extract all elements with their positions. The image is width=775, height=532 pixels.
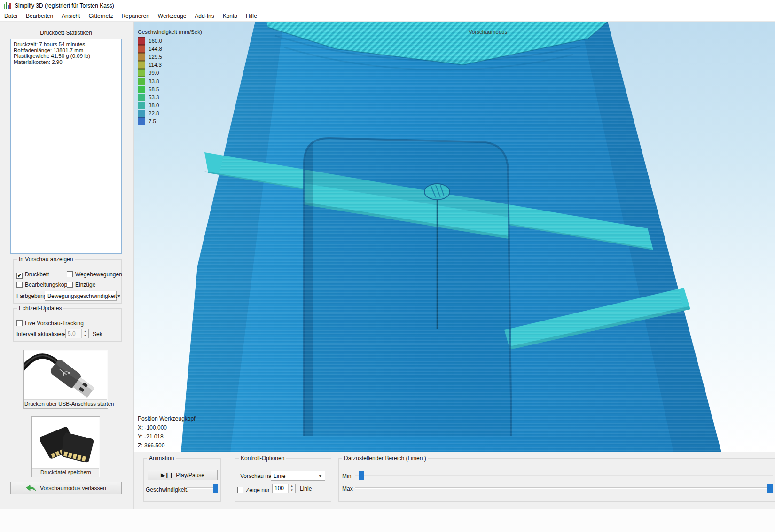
toolhead-x: X: -100.000 [138, 424, 196, 431]
interval-label: Intervall aktualisieren [16, 331, 70, 337]
toolhead-z: Z: 366.500 [138, 442, 196, 449]
slider-track[interactable] [355, 487, 773, 489]
left-sidebar: Druckbett-Statistiken Druckzeit: 7 hours… [0, 22, 134, 532]
legend-swatch [138, 86, 145, 93]
sd-cards-image [32, 417, 99, 469]
green-return-arrow-icon [26, 485, 37, 492]
legend-value: 160.0 [149, 38, 162, 44]
interval-spinner[interactable]: ▲▼ [65, 329, 89, 338]
menu-addins[interactable]: Add-Ins [190, 11, 218, 21]
checkbox-live-tracking[interactable] [16, 320, 23, 326]
legend-value: 99.0 [149, 70, 159, 76]
print-preview-3d-model[interactable] [134, 22, 775, 452]
toolhead-position-title: Position Werkzeugkopf [138, 415, 196, 422]
interval-unit-label: Sek [93, 331, 102, 337]
legend-value: 53.3 [149, 94, 159, 100]
speed-legend: Geschwindigkeit (mm/Sek) 160.0 144.8 129… [138, 29, 202, 125]
control-options-group: Kontroll-Optionen Vorschau nach Linie ▼ … [235, 458, 331, 502]
menu-bar: Datei Bearbeiten Ansicht Gitternetz Repa… [0, 11, 775, 22]
stat-material-cost: Materialkosten: 2.90 [14, 59, 118, 65]
legend-swatch [138, 117, 145, 125]
menu-ansicht[interactable]: Ansicht [57, 11, 84, 21]
preview-mode-label: Vorschaumodus [469, 29, 507, 35]
toolhead-position-readout: Position Werkzeugkopf X: -100.000 Y: -21… [138, 415, 196, 451]
display-range-group: Darzustellender Bereich (Linien ) Min Ma… [338, 458, 775, 502]
checkbox-druckbett-label: Druckbett [25, 271, 49, 278]
animation-speed-slider[interactable] [187, 484, 218, 493]
checkbox-live-tracking-label: Live Vorschau-Tracking [25, 320, 84, 327]
checkmark-icon: ✔ [17, 273, 22, 278]
legend-value: 7.5 [149, 118, 156, 124]
slider-thumb[interactable] [767, 484, 773, 493]
checkbox-wegebewegungen[interactable] [67, 271, 73, 277]
legend-value: 114.3 [149, 62, 162, 68]
menu-reparieren[interactable]: Reparieren [117, 11, 153, 21]
bottom-strip [0, 509, 775, 532]
stats-panel-title: Druckbett-Statistiken [10, 30, 122, 36]
realtime-updates-group: Echtzeit-Updates Live Vorschau-Tracking … [13, 308, 122, 342]
legend-swatch [138, 78, 145, 85]
slider-thumb[interactable] [359, 471, 364, 480]
animation-speed-label: Geschwindigkeit: [146, 486, 188, 493]
title-bar: Simplify 3D (registriert für Torsten Kas… [0, 0, 775, 11]
legend-swatch [138, 102, 145, 109]
menu-werkzeuge[interactable]: Werkzeuge [154, 11, 190, 21]
checkbox-wegebewegungen-label: Wegebewegungen [75, 271, 122, 278]
toolhead-y: Y: -21.018 [138, 433, 196, 440]
legend-swatch [138, 53, 145, 61]
play-pause-button[interactable]: ▶❙❙ Play/Pause [148, 470, 218, 480]
menu-datei[interactable]: Datei [0, 11, 22, 21]
legend-value: 83.8 [149, 78, 159, 84]
range-max-label: Max [342, 485, 353, 492]
checkbox-einzuege[interactable] [67, 282, 73, 288]
menu-bearbeiten[interactable]: Bearbeiten [22, 11, 57, 21]
display-range-group-title: Darzustellender Bereich (Linien ) [342, 455, 428, 462]
app-logo-icon [4, 2, 11, 9]
chevron-down-icon: ▼ [117, 294, 121, 298]
stats-panel: Druckzeit: 7 hours 54 minutes Rohfadenlä… [10, 39, 122, 254]
range-max-slider[interactable] [355, 484, 773, 493]
preview-3d-viewport[interactable]: Geschwindigkeit (mm/Sek) 160.0 144.8 129… [134, 22, 775, 452]
range-min-slider[interactable] [355, 471, 773, 480]
spinner-down-icon[interactable]: ▼ [82, 334, 88, 338]
interval-spinner-input[interactable] [66, 329, 81, 338]
legend-swatch [138, 94, 145, 101]
slider-track[interactable] [355, 475, 773, 476]
checkbox-show-only[interactable] [237, 487, 243, 493]
save-print-file-button[interactable]: Druckdatei speichern [31, 416, 100, 477]
menu-gitternetz[interactable]: Gitternetz [84, 11, 117, 21]
stat-print-time: Druckzeit: 7 hours 54 minutes [14, 41, 118, 47]
menu-konto[interactable]: Konto [219, 11, 242, 21]
speed-legend-title: Geschwindigkeit (mm/Sek) [138, 29, 202, 35]
legend-value: 22.8 [149, 110, 159, 116]
show-only-spinner[interactable]: ▲▼ [272, 484, 296, 493]
window-title: Simplify 3D (registriert für Torsten Kas… [15, 2, 114, 9]
spinner-up-icon[interactable]: ▲ [289, 484, 295, 488]
legend-value: 129.5 [149, 54, 162, 60]
preview-by-dropdown-value: Linie [274, 473, 285, 479]
show-only-spinner-input[interactable] [273, 484, 288, 493]
spinner-down-icon[interactable]: ▼ [289, 488, 295, 493]
legend-swatch [138, 61, 145, 69]
farbgebung-dropdown-value: Bewegungsgeschwindigkeit [47, 293, 117, 299]
slider-thumb[interactable] [213, 484, 218, 493]
preview-display-group: In Vorschau anzeigen ✔Druckbett Wegebewe… [13, 259, 122, 304]
play-pause-icon: ▶❙❙ [161, 472, 173, 478]
checkbox-druckbett[interactable]: ✔ [16, 273, 23, 279]
stat-filament-length: Rohfadenlänge: 13801.7 mm [14, 47, 118, 54]
farbgebung-dropdown[interactable]: Bewegungsgeschwindigkeit ▼ [45, 291, 117, 301]
animation-group: Animation ▶❙❙ Play/Pause Geschwindigkeit… [143, 458, 221, 502]
print-usb-button[interactable]: Drucken über USB-Anschluss starten [23, 350, 108, 409]
control-options-group-title: Kontroll-Optionen [239, 455, 286, 462]
exit-preview-button[interactable]: Vorschaumodus verlassen [10, 482, 122, 494]
menu-hilfe[interactable]: Hilfe [242, 11, 261, 21]
preview-display-group-title: In Vorschau anzeigen [17, 256, 75, 263]
checkbox-bearbeitungskopf-label: Bearbeitungskopf [25, 282, 69, 288]
legend-swatch [138, 110, 145, 117]
farbgebung-label: Farbgebung [16, 293, 47, 299]
usb-plug-image [24, 351, 107, 400]
checkbox-bearbeitungskopf[interactable] [16, 282, 23, 288]
legend-swatch [138, 45, 145, 53]
preview-by-dropdown[interactable]: Linie ▼ [271, 471, 325, 481]
spinner-up-icon[interactable]: ▲ [82, 329, 88, 334]
